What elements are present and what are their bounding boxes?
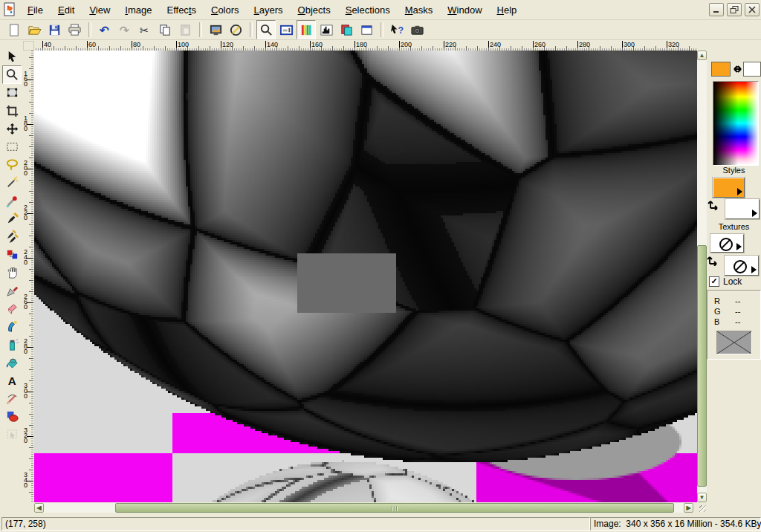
scroll-left-button[interactable]: ◀ — [34, 503, 44, 513]
vertical-scrollbar[interactable]: ▲ ▼ — [697, 51, 707, 502]
horizontal-scrollbar[interactable]: ◀ ▶ — [34, 503, 693, 513]
ruler-label: 200 — [401, 41, 412, 48]
color-palette-icon — [299, 23, 314, 37]
paste-icon — [178, 23, 192, 37]
menu-masks[interactable]: Masks — [398, 1, 441, 19]
color-picker-gradient[interactable] — [713, 81, 759, 166]
zoom-actual-button[interactable] — [256, 20, 276, 39]
open-file-button[interactable] — [25, 20, 44, 39]
lock-checkbox[interactable]: ✓ — [709, 276, 719, 287]
horizontal-scroll-thumb[interactable] — [115, 503, 674, 513]
screen-capture-button[interactable] — [407, 20, 427, 39]
save-file-button[interactable] — [45, 20, 64, 39]
menu-edit[interactable]: Edit — [51, 1, 82, 19]
close-button[interactable] — [745, 3, 760, 16]
arrow-tool-icon — [5, 50, 19, 64]
layer-palette-button[interactable] — [337, 20, 356, 39]
context-help-button[interactable]: ? — [387, 20, 407, 39]
full-screen-preview-icon — [209, 23, 223, 37]
toolbar-separator — [250, 22, 253, 37]
ruler-corner — [23, 41, 34, 51]
clone-brush-tool[interactable] — [2, 227, 22, 246]
scroll-right-button[interactable]: ▶ — [684, 503, 693, 513]
menu-view[interactable]: View — [82, 1, 117, 19]
menu-objects[interactable]: Objects — [291, 1, 338, 19]
menu-layers[interactable]: Layers — [247, 1, 291, 19]
menu-help[interactable]: Help — [490, 1, 525, 19]
eraser-tool[interactable] — [2, 299, 22, 318]
ruler-tick — [533, 41, 534, 48]
menu-colors[interactable]: Colors — [204, 1, 247, 19]
freehand-tool[interactable] — [2, 155, 22, 174]
ruler-label: 120 — [222, 41, 233, 48]
redo-button[interactable]: ↷ — [115, 20, 135, 39]
selection-tool[interactable] — [2, 137, 22, 156]
foreground-style-button[interactable] — [713, 178, 745, 198]
zoom-actual-icon — [259, 23, 273, 37]
ruler-label: 180 — [356, 41, 367, 48]
restore-button[interactable] — [727, 3, 742, 16]
background-color-swatch[interactable] — [743, 62, 761, 77]
tool-options-button[interactable] — [276, 20, 296, 39]
foreground-color-swatch[interactable] — [711, 62, 731, 77]
copy-button[interactable] — [155, 20, 175, 39]
mover-tool[interactable] — [2, 120, 22, 138]
flood-fill-tool[interactable] — [2, 353, 22, 372]
swap-styles-icon[interactable] — [707, 198, 720, 210]
vertical-scroll-thumb[interactable] — [697, 245, 707, 487]
scroll-up-button[interactable]: ▲ — [697, 51, 707, 60]
print-button[interactable] — [65, 20, 84, 39]
histogram-button[interactable] — [317, 20, 336, 39]
foreground-texture-button[interactable] — [710, 234, 744, 253]
ruler-label: 80 — [133, 41, 140, 48]
lock-row: ✓ Lock — [709, 276, 742, 287]
ruler-tick — [176, 41, 177, 48]
toolbar-separator — [199, 22, 202, 37]
object-selector-tool[interactable] — [2, 425, 22, 444]
ruler-label: 260 — [534, 41, 545, 48]
paintbrush-tool[interactable] — [2, 210, 22, 228]
image-viewport — [34, 51, 697, 502]
magic-wand-tool[interactable] — [2, 173, 22, 192]
crop-tool[interactable] — [2, 102, 22, 120]
airbrush-tool[interactable] — [2, 335, 22, 354]
swap-textures-icon[interactable] — [707, 254, 719, 266]
preset-shapes-tool[interactable] — [2, 407, 22, 426]
image-canvas[interactable] — [34, 51, 697, 502]
new-file-button[interactable] — [4, 20, 24, 39]
undo-button[interactable]: ↶ — [95, 20, 114, 39]
swap-colors-icon[interactable] — [731, 63, 744, 75]
menu-file[interactable]: File — [20, 1, 51, 19]
scroll-down-button[interactable]: ▼ — [697, 493, 707, 502]
size-grip[interactable] — [697, 503, 707, 513]
app-window: FileEditViewImageEffectsColorsLayersObje… — [0, 0, 761, 532]
normal-viewing-button[interactable] — [226, 20, 245, 39]
cut-button[interactable]: ✂ — [135, 20, 155, 39]
scratch-remover-tool[interactable] — [2, 282, 22, 300]
toolbar-separator — [380, 22, 383, 37]
svg-text:↷: ↷ — [119, 24, 129, 36]
deformation-tool[interactable] — [2, 83, 22, 102]
menu-window[interactable]: Window — [440, 1, 489, 19]
paste-button[interactable] — [175, 20, 195, 39]
dropper-tool[interactable] — [2, 192, 22, 210]
full-screen-preview-button[interactable] — [206, 20, 225, 39]
retouch-tool[interactable] — [2, 263, 22, 282]
ruler-label: 320 — [668, 41, 679, 48]
tool-palette-toggle-button[interactable] — [357, 20, 376, 39]
arrow-tool[interactable] — [2, 48, 22, 66]
background-style-button[interactable] — [725, 199, 760, 219]
clone-brush-tool-icon — [5, 230, 19, 244]
menu-image[interactable]: Image — [117, 1, 159, 19]
text-tool[interactable]: A — [2, 372, 22, 390]
minimize-button[interactable] — [709, 3, 724, 16]
background-texture-button[interactable] — [725, 256, 759, 276]
zoom-tool[interactable] — [2, 65, 22, 84]
menu-selections[interactable]: Selections — [338, 1, 398, 19]
color-replacer-tool[interactable] — [2, 245, 22, 264]
color-palette-button[interactable] — [297, 20, 316, 39]
draw-tool[interactable] — [2, 389, 22, 408]
picture-tube-tool[interactable] — [2, 317, 22, 336]
horizontal-ruler: 4060801001201401601802002202402602803003… — [34, 41, 697, 51]
menu-effects[interactable]: Effects — [159, 1, 204, 19]
